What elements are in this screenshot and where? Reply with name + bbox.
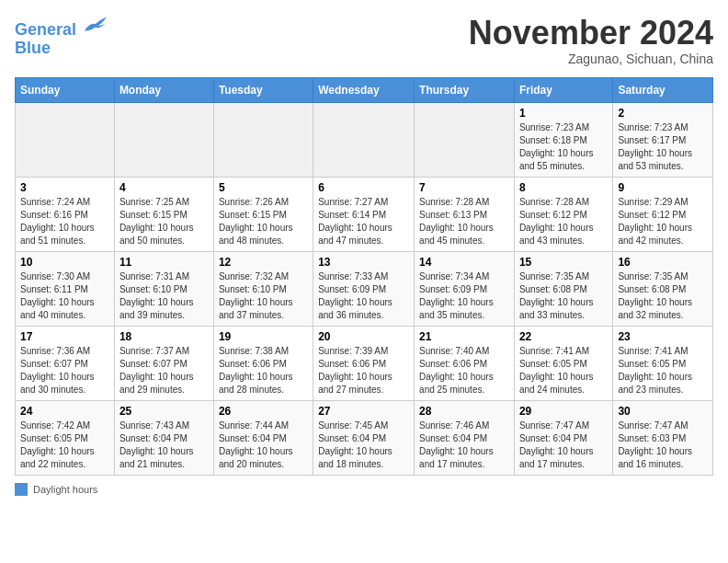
day-info: Sunrise: 7:24 AMSunset: 6:16 PMDaylight:… [20,196,109,247]
calendar-table: SundayMondayTuesdayWednesdayThursdayFrid… [15,77,713,476]
calendar-week-row: 3Sunrise: 7:24 AMSunset: 6:16 PMDaylight… [16,177,713,251]
logo-text: General [15,15,108,40]
logo-subtext: Blue [15,40,108,58]
legend: Daylight hours [15,483,713,496]
day-number: 13 [318,256,409,269]
calendar-day-cell: 20Sunrise: 7:39 AMSunset: 6:06 PMDayligh… [313,326,415,400]
calendar-day-cell: 15Sunrise: 7:35 AMSunset: 6:08 PMDayligh… [514,251,612,326]
month-title: November 2024 [469,15,713,52]
day-number: 29 [519,405,608,418]
calendar-day-cell [313,102,415,177]
day-info: Sunrise: 7:44 AMSunset: 6:04 PMDaylight:… [219,419,308,471]
day-info: Sunrise: 7:41 AMSunset: 6:05 PMDaylight:… [618,345,708,396]
day-info: Sunrise: 7:27 AMSunset: 6:14 PMDaylight:… [318,196,409,247]
day-number: 15 [519,256,608,269]
day-number: 1 [519,107,608,120]
calendar-day-cell: 9Sunrise: 7:29 AMSunset: 6:12 PMDaylight… [613,177,713,251]
calendar-day-cell [114,102,213,177]
day-info: Sunrise: 7:43 AMSunset: 6:04 PMDaylight:… [119,419,209,471]
location-subtitle: Zagunao, Sichuan, China [469,52,713,66]
calendar-header-cell: Tuesday [213,77,313,102]
calendar-day-cell: 3Sunrise: 7:24 AMSunset: 6:16 PMDaylight… [16,177,115,251]
calendar-day-cell: 4Sunrise: 7:25 AMSunset: 6:15 PMDaylight… [114,177,213,251]
day-number: 7 [419,181,509,194]
day-number: 3 [20,181,109,194]
calendar-header-cell: Saturday [613,77,713,102]
calendar-day-cell [415,102,515,177]
day-info: Sunrise: 7:41 AMSunset: 6:05 PMDaylight:… [519,345,608,396]
title-block: November 2024 Zagunao, Sichuan, China [469,15,713,66]
calendar-header-row: SundayMondayTuesdayWednesdayThursdayFrid… [16,77,713,102]
day-number: 5 [219,181,308,194]
day-info: Sunrise: 7:31 AMSunset: 6:10 PMDaylight:… [119,270,209,322]
day-info: Sunrise: 7:37 AMSunset: 6:07 PMDaylight:… [119,345,209,396]
day-number: 10 [20,256,109,269]
day-number: 20 [318,330,409,343]
calendar-day-cell: 29Sunrise: 7:47 AMSunset: 6:04 PMDayligh… [514,400,612,475]
day-info: Sunrise: 7:33 AMSunset: 6:09 PMDaylight:… [318,270,409,322]
day-info: Sunrise: 7:40 AMSunset: 6:06 PMDaylight:… [419,345,509,396]
calendar-day-cell: 25Sunrise: 7:43 AMSunset: 6:04 PMDayligh… [114,400,213,475]
day-info: Sunrise: 7:32 AMSunset: 6:10 PMDaylight:… [219,270,308,322]
day-number: 12 [219,256,308,269]
calendar-day-cell: 8Sunrise: 7:28 AMSunset: 6:12 PMDaylight… [514,177,612,251]
day-number: 19 [219,330,308,343]
calendar-day-cell: 22Sunrise: 7:41 AMSunset: 6:05 PMDayligh… [514,326,612,400]
calendar-day-cell: 11Sunrise: 7:31 AMSunset: 6:10 PMDayligh… [114,251,213,326]
day-number: 17 [20,330,109,343]
calendar-day-cell: 6Sunrise: 7:27 AMSunset: 6:14 PMDaylight… [313,177,415,251]
calendar-day-cell: 7Sunrise: 7:28 AMSunset: 6:13 PMDaylight… [415,177,515,251]
calendar-day-cell: 28Sunrise: 7:46 AMSunset: 6:04 PMDayligh… [415,400,515,475]
day-info: Sunrise: 7:46 AMSunset: 6:04 PMDaylight:… [419,419,509,471]
calendar-day-cell: 16Sunrise: 7:35 AMSunset: 6:08 PMDayligh… [613,251,713,326]
calendar-day-cell: 17Sunrise: 7:36 AMSunset: 6:07 PMDayligh… [16,326,115,400]
calendar-week-row: 1Sunrise: 7:23 AMSunset: 6:18 PMDaylight… [16,102,713,177]
calendar-day-cell: 10Sunrise: 7:30 AMSunset: 6:11 PMDayligh… [16,251,115,326]
calendar-day-cell [16,102,115,177]
calendar-week-row: 24Sunrise: 7:42 AMSunset: 6:05 PMDayligh… [16,400,713,475]
day-info: Sunrise: 7:35 AMSunset: 6:08 PMDaylight:… [618,270,708,322]
day-number: 18 [119,330,209,343]
day-info: Sunrise: 7:42 AMSunset: 6:05 PMDaylight:… [20,419,109,471]
calendar-header-cell: Monday [114,77,213,102]
day-number: 25 [119,405,209,418]
day-number: 21 [419,330,509,343]
calendar-day-cell: 27Sunrise: 7:45 AMSunset: 6:04 PMDayligh… [313,400,415,475]
logo: General Blue [15,15,108,58]
calendar-week-row: 17Sunrise: 7:36 AMSunset: 6:07 PMDayligh… [16,326,713,400]
day-info: Sunrise: 7:45 AMSunset: 6:04 PMDaylight:… [318,419,409,471]
day-info: Sunrise: 7:30 AMSunset: 6:11 PMDaylight:… [20,270,109,322]
day-number: 4 [119,181,209,194]
day-number: 16 [618,256,708,269]
calendar-day-cell: 5Sunrise: 7:26 AMSunset: 6:15 PMDaylight… [213,177,313,251]
day-number: 9 [618,181,708,194]
calendar-day-cell: 30Sunrise: 7:47 AMSunset: 6:03 PMDayligh… [613,400,713,475]
calendar-header-cell: Friday [514,77,612,102]
legend-label: Daylight hours [33,484,97,495]
day-info: Sunrise: 7:47 AMSunset: 6:04 PMDaylight:… [519,419,608,471]
calendar-day-cell: 18Sunrise: 7:37 AMSunset: 6:07 PMDayligh… [114,326,213,400]
calendar-day-cell: 26Sunrise: 7:44 AMSunset: 6:04 PMDayligh… [213,400,313,475]
calendar-day-cell: 19Sunrise: 7:38 AMSunset: 6:06 PMDayligh… [213,326,313,400]
calendar-day-cell: 13Sunrise: 7:33 AMSunset: 6:09 PMDayligh… [313,251,415,326]
day-info: Sunrise: 7:34 AMSunset: 6:09 PMDaylight:… [419,270,509,322]
day-number: 30 [618,405,708,418]
calendar-day-cell: 1Sunrise: 7:23 AMSunset: 6:18 PMDaylight… [514,102,612,177]
day-info: Sunrise: 7:38 AMSunset: 6:06 PMDaylight:… [219,345,308,396]
day-number: 27 [318,405,409,418]
day-info: Sunrise: 7:26 AMSunset: 6:15 PMDaylight:… [219,196,308,247]
calendar-header-cell: Sunday [16,77,115,102]
calendar-day-cell: 24Sunrise: 7:42 AMSunset: 6:05 PMDayligh… [16,400,115,475]
day-number: 24 [20,405,109,418]
page-header: General Blue November 2024 Zagunao, Sich… [15,15,713,66]
day-number: 28 [419,405,509,418]
day-info: Sunrise: 7:39 AMSunset: 6:06 PMDaylight:… [318,345,409,396]
day-number: 8 [519,181,608,194]
calendar-header-cell: Wednesday [313,77,415,102]
calendar-day-cell [213,102,313,177]
calendar-day-cell: 14Sunrise: 7:34 AMSunset: 6:09 PMDayligh… [415,251,515,326]
day-number: 6 [318,181,409,194]
day-number: 2 [618,107,708,120]
day-number: 22 [519,330,608,343]
day-info: Sunrise: 7:23 AMSunset: 6:18 PMDaylight:… [519,121,608,173]
